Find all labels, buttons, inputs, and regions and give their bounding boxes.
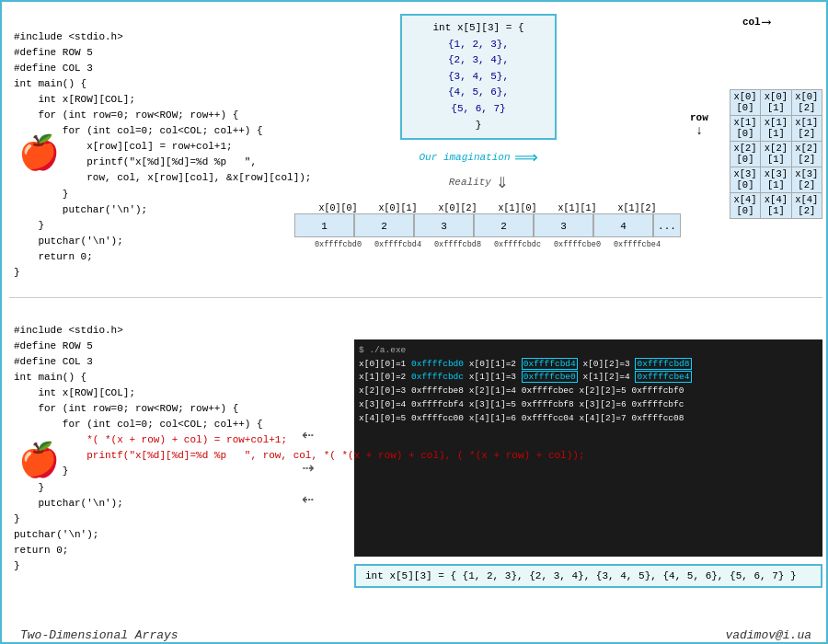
grid-cell-2-0: x[2][0] — [730, 141, 760, 167]
terminal-line-3: x[2][0]=3 0xffffcbe8 x[2][1]=4 0xffffcbe… — [359, 385, 818, 398]
mem-hdr-2: x[0][2] — [428, 203, 488, 213]
grid-cell-4-0: x[4][0] — [730, 192, 760, 218]
imagination-label: Our imagination — [419, 152, 510, 163]
bottom-array-decl-text: int x[5][3] = { {1, 2, 3}, {2, 3, 4}, {3… — [365, 570, 797, 581]
grid-cell-1-2: x[1][2] — [791, 115, 822, 141]
array-init-box: int x[5][3] = { {1, 2, 3}, {2, 3, 4}, {3… — [400, 14, 557, 140]
section-divider — [9, 297, 822, 298]
apple-icon-top: 🍎 — [18, 133, 60, 174]
imagination-row: Our imagination ⟹ — [276, 147, 681, 167]
mem-cell-2: 3 — [414, 213, 474, 237]
addr-5: 0xffffcbe4 — [607, 240, 667, 249]
terminal-line-1: x[0][0]=1 0xffffcbd0 x[0][1]=2 0xffffcbd… — [359, 358, 818, 372]
grid-cell-1-1: x[1][1] — [761, 115, 791, 141]
grid-cell-0-2: x[0][2] — [791, 89, 822, 115]
grid-cell-0-1: x[0][1] — [761, 89, 791, 115]
mem-hdr-5: x[1][2] — [607, 203, 667, 213]
arrow-down-icon: ⇓ — [496, 169, 508, 194]
mem-cell-0: 1 — [294, 213, 354, 237]
middle-diagram: int x[5][3] = { {1, 2, 3}, {2, 3, 4}, {3… — [276, 9, 681, 294]
grid-cell-2-1: x[2][1] — [761, 141, 791, 167]
addr-0: 0xffffcbd0 — [308, 240, 368, 249]
mem-cell-1: 2 — [354, 213, 414, 237]
reality-row: Reality ⇓ — [276, 169, 681, 194]
grid-cell-3-2: x[3][2] — [791, 167, 822, 192]
addr-2: 0xffffcbd8 — [428, 240, 488, 249]
main-container: 🍎 #include <stdio.h> #define ROW 5 #defi… — [2, 2, 828, 644]
grid-cell-4-1: x[4][1] — [761, 192, 791, 218]
code-panel-top: 🍎 #include <stdio.h> #define ROW 5 #defi… — [9, 9, 276, 294]
array-row-4: {4, 5, 6}, — [413, 85, 544, 101]
grid-with-row-label: row ↓ x[0][0] x[0][1] x[0][2] — [690, 31, 822, 219]
grid-row-0: x[0][0] x[0][1] x[0][2] — [730, 89, 822, 115]
row-label-container: row ↓ — [690, 31, 708, 219]
mem-cell-3: 2 — [474, 213, 534, 237]
arrow-right-icon: ⟹ — [514, 147, 538, 167]
bottom-section: 🍎 #include <stdio.h> #define ROW 5 #defi… — [9, 303, 822, 588]
array-row-3: {3, 4, 5}, — [413, 69, 544, 86]
array-row-5: {5, 6, 7} — [413, 101, 544, 118]
bottom-array-decl: int x[5][3] = { {1, 2, 3}, {2, 3, 4}, {3… — [354, 564, 822, 588]
author-label: vadimov@i.ua — [725, 628, 811, 642]
terminal-line-2: x[1][0]=2 0xffffcbdc x[1][1]=3 0xffffcbe… — [359, 371, 818, 385]
grid-row-4: x[4][0] x[4][1] x[4][2] — [730, 192, 822, 218]
grid-cell-1-0: x[1][0] — [730, 115, 760, 141]
terminal-box: $ ./a.exe x[0][0]=1 0xffffcbd0 x[0][1]=2… — [354, 339, 822, 557]
row-label: row — [690, 112, 708, 123]
array-close-brace: } — [413, 118, 544, 134]
mem-cell-4: 3 — [534, 213, 593, 237]
addr-1: 0xffffcbd4 — [368, 240, 428, 249]
grid-cell-4-2: x[4][2] — [791, 192, 822, 218]
dashed-arrow-3-icon: ⇢ — [302, 488, 314, 512]
2d-grid-table: x[0][0] x[0][1] x[0][2] x[1][0] x[1][1] … — [730, 63, 822, 219]
grid-cell-3-0: x[3][0] — [730, 167, 760, 192]
mem-cell-5: 4 — [593, 213, 653, 237]
right-panel: col ⟶ row ↓ x — [681, 9, 822, 294]
mem-cell-ellipsis: ... — [653, 213, 681, 237]
grid-row-3: x[3][0] x[3][1] x[3][2] — [730, 167, 822, 192]
addr-3: 0xffffcbdc — [488, 240, 547, 249]
col-label-container: col ⟶ — [690, 14, 822, 29]
code-panel-bottom: 🍎 #include <stdio.h> #define ROW 5 #defi… — [9, 303, 276, 588]
memory-cells-row: 1 2 3 2 3 4 ... — [294, 213, 681, 237]
top-section: 🍎 #include <stdio.h> #define ROW 5 #defi… — [9, 9, 822, 294]
array-row-2: {2, 3, 4}, — [413, 52, 544, 69]
page-title: Two-Dimensional Arrays — [20, 628, 178, 642]
mem-hdr-4: x[1][1] — [547, 203, 607, 213]
mem-hdr-3: x[1][0] — [488, 203, 547, 213]
grid-row-1: x[1][0] x[1][1] x[1][2] — [730, 115, 822, 141]
footer: Two-Dimensional Arrays vadimov@i.ua — [2, 628, 828, 642]
array-row-1: {1, 2, 3}, — [413, 37, 544, 53]
grid-cell-2-2: x[2][2] — [791, 141, 822, 167]
array-init-header: int x[5][3] = { — [413, 20, 544, 37]
terminal-line-4: x[3][0]=4 0xffffcbf4 x[3][1]=5 0xffffcbf… — [359, 398, 818, 412]
mem-hdr-0: x[0][0] — [308, 203, 368, 213]
mem-hdr-1: x[0][1] — [368, 203, 428, 213]
reality-label: Reality — [449, 177, 491, 188]
arrow-down-row-icon: ↓ — [696, 123, 703, 138]
bottom-right-content: $ ./a.exe x[0][0]=1 0xffffcbd0 x[0][1]=2… — [345, 303, 822, 588]
apple-icon-bottom: 🍎 — [18, 441, 60, 481]
col-label: col — [742, 17, 761, 28]
terminal-line-5: x[4][0]=5 0xffffcc00 x[4][1]=6 0xffffcc0… — [359, 412, 818, 426]
arrow-right-col-icon: ⟶ — [763, 14, 770, 29]
addr-4: 0xffffcbe0 — [547, 240, 607, 249]
grid-row-2: x[2][0] x[2][1] x[2][2] — [730, 141, 822, 167]
grid-cell-3-1: x[3][1] — [761, 167, 791, 192]
arrows-container: ⇢ ⇢ ⇢ — [276, 339, 340, 588]
dashed-arrow-1-icon: ⇢ — [302, 423, 314, 448]
memory-col-headers-row: x[0][0] x[0][1] x[0][2] x[1][0] x[1][1] … — [308, 203, 667, 213]
terminal-prompt: $ ./a.exe — [359, 344, 818, 358]
memory-addresses-row: 0xffffcbd0 0xffffcbd4 0xffffcbd8 0xffffc… — [308, 240, 667, 249]
grid-cell-0-0: x[0][0] — [730, 89, 760, 115]
grid-header-row — [730, 63, 822, 89]
